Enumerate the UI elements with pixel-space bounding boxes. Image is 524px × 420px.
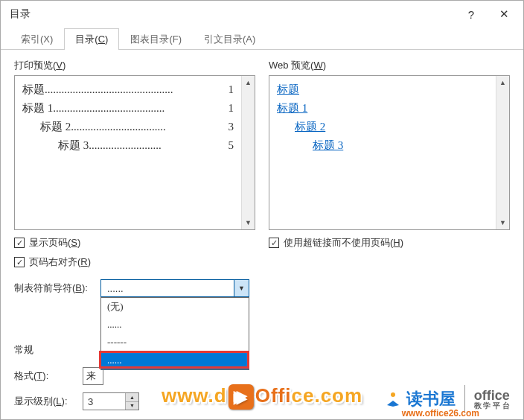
levels-spinner[interactable]: 3 ▲ ▼: [83, 392, 139, 410]
scroll-up-icon[interactable]: ▲: [242, 76, 255, 89]
leader-option-selected[interactable]: ......: [101, 351, 249, 369]
tab-strip: 索引(X) 目录(C) 图表目录(F) 引文目录(A): [1, 28, 523, 50]
print-preview-box: 标题 .....................................…: [14, 75, 255, 230]
tab-toc[interactable]: 目录(C): [64, 28, 119, 50]
leader-option-dots[interactable]: ......: [101, 316, 249, 334]
spin-down-icon[interactable]: ▼: [126, 401, 138, 410]
dialog-title: 目录: [10, 7, 455, 21]
print-preview-label: 打印预览(V): [14, 59, 255, 72]
right-column: Web 预览(W) 标题 标题 1 标题 2 标题 3 ▲ ▼ ✓ 使用超链接而…: [269, 59, 510, 410]
chevron-down-icon[interactable]: ▼: [234, 280, 249, 296]
leader-label: 制表符前导符(B):: [14, 281, 98, 295]
web-link-item: 标题 2: [277, 118, 488, 136]
preview-scrollbar[interactable]: ▲ ▼: [496, 76, 509, 229]
format-label: 格式(T):: [14, 369, 83, 383]
use-hyperlinks-check[interactable]: ✓ 使用超链接而不使用页码(H): [269, 236, 510, 249]
levels-value: 3: [83, 393, 125, 410]
spin-up-icon[interactable]: ▲: [126, 393, 138, 401]
scroll-down-icon[interactable]: ▼: [496, 216, 509, 229]
person-reading-icon: [384, 390, 402, 408]
checkbox-icon: ✓: [14, 238, 25, 248]
dushuwu-logo: 读书屋: [384, 388, 456, 410]
tab-index[interactable]: 索引(X): [10, 28, 64, 50]
tab-citations[interactable]: 引文目录(A): [193, 28, 266, 50]
toc-line: 标题 1 ...................................…: [22, 99, 234, 118]
web-preview-label: Web 预览(W): [269, 59, 510, 72]
toc-line: 标题 .....................................…: [22, 80, 234, 99]
preview-scrollbar[interactable]: ▲ ▼: [241, 76, 255, 229]
sub-url-watermark: www.office26.com: [402, 408, 479, 419]
checkbox-label: 使用超链接而不使用页码(H): [284, 236, 403, 249]
office-badge-icon: ▶: [229, 384, 254, 410]
dialog-content: 打印预览(V) 标题 .............................…: [1, 50, 523, 419]
show-page-numbers-check[interactable]: ✓ 显示页码(S): [14, 236, 255, 249]
leader-option-none[interactable]: (无): [101, 298, 249, 316]
left-column: 打印预览(V) 标题 .............................…: [14, 59, 255, 410]
help-button[interactable]: ?: [455, 1, 488, 28]
web-preview-content: 标题 标题 1 标题 2 标题 3: [269, 76, 496, 229]
titlebar: 目录 ? ✕: [1, 1, 523, 28]
checkbox-icon: ✓: [269, 238, 279, 248]
svg-point-0: [391, 392, 395, 397]
web-link-item: 标题 1: [277, 99, 488, 118]
scroll-up-icon[interactable]: ▲: [496, 76, 509, 89]
toc-line: 标题 2 .................................. …: [22, 118, 234, 136]
checkbox-icon: ✓: [14, 257, 25, 267]
tab-figures[interactable]: 图表目录(F): [119, 28, 193, 50]
url-watermark: www.d▶Office.com: [162, 384, 362, 410]
toc-line: 标题 3 .......................... 5: [22, 136, 234, 155]
web-preview-box: 标题 标题 1 标题 2 标题 3 ▲ ▼: [269, 75, 510, 230]
leader-row: 制表符前导符(B): ...... ▼ (无) ...... ------ ..…: [14, 279, 255, 297]
web-link-item: 标题: [277, 80, 488, 99]
checkbox-label: 页码右对齐(R): [29, 255, 91, 269]
scroll-down-icon[interactable]: ▼: [242, 216, 255, 229]
toc-dialog: 目录 ? ✕ 索引(X) 目录(C) 图表目录(F) 引文目录(A) 打印预览(…: [0, 0, 524, 420]
levels-label: 显示级别(L):: [14, 395, 83, 408]
print-preview-content: 标题 .....................................…: [15, 76, 241, 229]
close-button[interactable]: ✕: [488, 1, 520, 28]
leader-combo[interactable]: ...... ▼ (无) ...... ------ ......: [100, 279, 249, 297]
leader-option-dashes[interactable]: ------: [101, 334, 249, 351]
web-link-item: 标题 3: [277, 136, 488, 155]
leader-value: ......: [101, 283, 234, 294]
leader-dropdown: (无) ...... ------ ......: [100, 297, 249, 370]
checkbox-label: 显示页码(S): [29, 236, 80, 249]
spinner-buttons: ▲ ▼: [125, 393, 138, 410]
right-align-check[interactable]: ✓ 页码右对齐(R): [14, 255, 255, 269]
office-logo: office 教 学 平 台: [474, 389, 510, 410]
